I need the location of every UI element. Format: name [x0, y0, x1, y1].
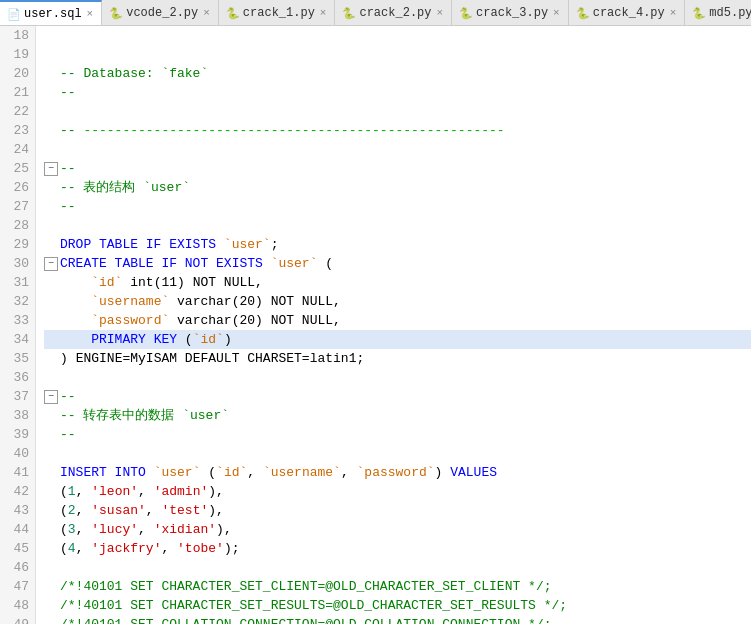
file-type-icon: 📄: [8, 8, 20, 20]
fold-marker-icon[interactable]: −: [44, 390, 58, 404]
code-content: CREATE TABLE IF NOT EXISTS `user` (: [60, 254, 333, 273]
line-number: 35: [0, 349, 29, 368]
line-number: 29: [0, 235, 29, 254]
line-number: 36: [0, 368, 29, 387]
line-numbers: 1819202122232425262728293031323334353637…: [0, 26, 36, 624]
code-content: --: [60, 425, 76, 444]
code-content: `password` varchar(20) NOT NULL,: [60, 311, 341, 330]
tab-crack_3_py[interactable]: 🐍crack_3.py×: [452, 0, 569, 26]
code-area: -- Database: `fake`---- ----------------…: [36, 26, 751, 624]
line-number: 19: [0, 45, 29, 64]
code-content: -- -------------------------------------…: [60, 121, 505, 140]
tab-label: crack_3.py: [476, 6, 548, 20]
fold-marker-icon[interactable]: −: [44, 257, 58, 271]
tab-vcode_2_py[interactable]: 🐍vcode_2.py×: [102, 0, 219, 26]
code-line: /*!40101 SET CHARACTER_SET_CLIENT=@OLD_C…: [44, 577, 751, 596]
code-line: (2, 'susan', 'test'),: [44, 501, 751, 520]
file-type-icon: 🐍: [460, 7, 472, 19]
line-number: 42: [0, 482, 29, 501]
close-tab-button[interactable]: ×: [87, 8, 94, 20]
file-type-icon: 🐍: [227, 7, 239, 19]
line-number: 21: [0, 83, 29, 102]
file-type-icon: 🐍: [577, 7, 589, 19]
code-line: `id` int(11) NOT NULL,: [44, 273, 751, 292]
code-content: (2, 'susan', 'test'),: [60, 501, 224, 520]
tab-label: crack_4.py: [593, 6, 665, 20]
close-tab-button[interactable]: ×: [203, 7, 210, 19]
code-content: --: [60, 159, 76, 178]
line-number: 44: [0, 520, 29, 539]
code-content: -- 转存表中的数据 `user`: [60, 406, 229, 425]
code-content: `username` varchar(20) NOT NULL,: [60, 292, 341, 311]
code-line: -- -------------------------------------…: [44, 121, 751, 140]
code-content: /*!40101 SET CHARACTER_SET_RESULTS=@OLD_…: [60, 596, 567, 615]
line-number: 26: [0, 178, 29, 197]
line-number: 24: [0, 140, 29, 159]
code-line: [44, 102, 751, 121]
line-number: 22: [0, 102, 29, 121]
code-line: DROP TABLE IF EXISTS `user`;: [44, 235, 751, 254]
line-number: 31: [0, 273, 29, 292]
code-line: [44, 368, 751, 387]
tab-md5_py[interactable]: 🐍md5.py×: [685, 0, 751, 26]
file-type-icon: 🐍: [693, 7, 705, 19]
code-line: [44, 140, 751, 159]
line-number: 30: [0, 254, 29, 273]
code-content: ) ENGINE=MyISAM DEFAULT CHARSET=latin1;: [60, 349, 364, 368]
code-line: -- 表的结构 `user`: [44, 178, 751, 197]
tab-crack_4_py[interactable]: 🐍crack_4.py×: [569, 0, 686, 26]
code-content: --: [60, 83, 76, 102]
code-line: PRIMARY KEY (`id`): [44, 330, 751, 349]
line-number: 20: [0, 64, 29, 83]
code-content: (3, 'lucy', 'xidian'),: [60, 520, 232, 539]
line-number: 23: [0, 121, 29, 140]
code-line: ) ENGINE=MyISAM DEFAULT CHARSET=latin1;: [44, 349, 751, 368]
code-line: -- Database: `fake`: [44, 64, 751, 83]
line-number: 43: [0, 501, 29, 520]
line-number: 37: [0, 387, 29, 406]
file-type-icon: 🐍: [110, 7, 122, 19]
code-content: (4, 'jackfry', 'tobe');: [60, 539, 240, 558]
line-number: 39: [0, 425, 29, 444]
tab-crack_2_py[interactable]: 🐍crack_2.py×: [335, 0, 452, 26]
code-line: `username` varchar(20) NOT NULL,: [44, 292, 751, 311]
line-number: 46: [0, 558, 29, 577]
code-content: --: [60, 197, 76, 216]
code-line: −--: [44, 159, 751, 178]
code-line: [44, 26, 751, 45]
code-line: [44, 45, 751, 64]
tab-crack_1_py[interactable]: 🐍crack_1.py×: [219, 0, 336, 26]
code-content: /*!40101 SET COLLATION_CONNECTION=@OLD_C…: [60, 615, 551, 624]
code-content: (1, 'leon', 'admin'),: [60, 482, 224, 501]
line-number: 45: [0, 539, 29, 558]
line-number: 28: [0, 216, 29, 235]
tab-label: user.sql: [24, 7, 82, 21]
close-tab-button[interactable]: ×: [553, 7, 560, 19]
code-line: [44, 444, 751, 463]
tab-label: crack_2.py: [359, 6, 431, 20]
line-number: 33: [0, 311, 29, 330]
code-line: (3, 'lucy', 'xidian'),: [44, 520, 751, 539]
code-line: --: [44, 83, 751, 102]
tab-user_sql[interactable]: 📄user.sql×: [0, 0, 102, 26]
code-content: DROP TABLE IF EXISTS `user`;: [60, 235, 278, 254]
editor: 1819202122232425262728293031323334353637…: [0, 26, 751, 624]
line-number: 27: [0, 197, 29, 216]
code-content: `id` int(11) NOT NULL,: [60, 273, 263, 292]
file-type-icon: 🐍: [343, 7, 355, 19]
code-content: /*!40101 SET CHARACTER_SET_CLIENT=@OLD_C…: [60, 577, 551, 596]
close-tab-button[interactable]: ×: [320, 7, 327, 19]
line-number: 18: [0, 26, 29, 45]
line-number: 40: [0, 444, 29, 463]
close-tab-button[interactable]: ×: [670, 7, 677, 19]
tab-label: crack_1.py: [243, 6, 315, 20]
code-content: --: [60, 387, 76, 406]
fold-marker-icon[interactable]: −: [44, 162, 58, 176]
line-number: 47: [0, 577, 29, 596]
code-line: --: [44, 425, 751, 444]
close-tab-button[interactable]: ×: [436, 7, 443, 19]
code-line: [44, 558, 751, 577]
tab-label: vcode_2.py: [126, 6, 198, 20]
code-content: PRIMARY KEY (`id`): [60, 330, 232, 349]
line-number: 48: [0, 596, 29, 615]
